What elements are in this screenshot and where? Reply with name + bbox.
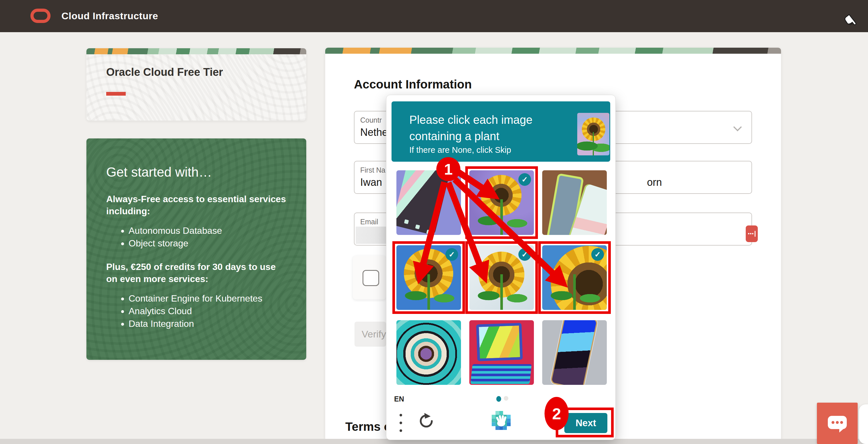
laptop-image (469, 320, 534, 385)
country-label: Countr (360, 116, 382, 124)
annotation-box (392, 241, 465, 314)
hand-cursor-icon (844, 14, 859, 32)
captcha-tile-phones-brown[interactable] (542, 170, 607, 235)
captcha-tile-sunflower-blue[interactable]: ✓ (396, 245, 461, 310)
first-name-value: Iwan (360, 176, 382, 188)
account-information-heading: Account Information (354, 78, 472, 91)
lens-image (396, 320, 461, 385)
captcha-prompt-title: Please click each image containing a pla… (409, 112, 532, 144)
hcaptcha-logo-icon (492, 411, 510, 431)
list-item: Container Engine for Kubernetes (129, 292, 289, 304)
decorative-band (86, 48, 306, 54)
captcha-tile-sunflower-purple[interactable]: ✓ (469, 170, 534, 235)
chat-bubble-tail (839, 428, 844, 433)
checkbox-tooltip (353, 256, 386, 300)
pager-dot-idle (504, 396, 508, 401)
promo-list-1: Autonomous Database Object storage (106, 225, 289, 249)
chat-bubble-icon (828, 416, 847, 429)
promo-list-2: Container Engine for Kubernetes Analytic… (106, 292, 289, 330)
reload-icon[interactable] (417, 412, 435, 431)
annotation-step-2-badge: 2 (545, 397, 569, 430)
list-item: Analytics Cloud (129, 305, 289, 317)
decorative-band (325, 48, 781, 54)
chat-button[interactable] (817, 403, 858, 444)
list-item: Autonomous Database (129, 225, 289, 237)
phone-gradient-image (542, 320, 607, 385)
captcha-tile-sunflower-pale[interactable]: ✓ (469, 245, 534, 310)
annotation-box (538, 241, 611, 314)
terms-heading: Terms o (345, 420, 391, 434)
captcha-prompt-header: Please click each image containing a pla… (392, 101, 610, 162)
annotation-box (465, 166, 538, 239)
country-value: Nethe (360, 126, 388, 139)
password-manager-icon[interactable]: ••• (746, 226, 758, 242)
captcha-tile-phone-gradient[interactable] (542, 320, 607, 385)
oracle-logo-icon (30, 9, 51, 23)
kebab-menu-icon[interactable] (400, 414, 402, 432)
brand-title: Cloud Infrastructure (61, 10, 158, 22)
pager-dot-active (496, 396, 501, 402)
list-item: Object storage (129, 237, 289, 249)
phones-brown-image (542, 170, 607, 235)
promo-paragraph-1: Always-Free access to essential services… (106, 193, 289, 217)
email-label: Email (360, 218, 378, 226)
captcha-tile-lens[interactable] (396, 320, 461, 385)
annotation-box (465, 241, 538, 314)
captcha-skip-hint: If there are None, click Skip (409, 145, 511, 155)
first-name-label: First Na (360, 166, 385, 174)
promo-card: Get started with… Always-Free access to … (86, 139, 306, 360)
language-selector[interactable]: EN (394, 395, 404, 403)
chevron-down-icon (733, 123, 742, 131)
terms-checkbox[interactable] (363, 270, 379, 286)
hcaptcha-popup: Please click each image containing a pla… (386, 95, 616, 440)
free-tier-card: Oracle Cloud Free Tier (86, 48, 306, 121)
promo-paragraph-2: Plus, €250 of credits for 30 days to use… (106, 261, 289, 285)
captcha-tile-laptop[interactable] (469, 320, 534, 385)
side-panel-blob (859, 404, 868, 444)
top-bar: Cloud Infrastructure (0, 0, 868, 32)
list-item: Data Integration (129, 318, 289, 330)
captcha-example-image (577, 113, 609, 155)
red-underline (106, 92, 126, 96)
captcha-image-grid: ✓✓✓✓ (396, 170, 607, 385)
captcha-tile-sunflower-closeup[interactable]: ✓ (542, 245, 607, 310)
annotation-step-1-badge: 1 (436, 157, 460, 181)
free-tier-title: Oracle Cloud Free Tier (106, 66, 223, 79)
last-name-value: orn (647, 176, 662, 188)
promo-heading: Get started with… (106, 164, 289, 180)
verify-button[interactable]: Verify (354, 322, 386, 347)
verify-label: Verify (362, 329, 386, 340)
